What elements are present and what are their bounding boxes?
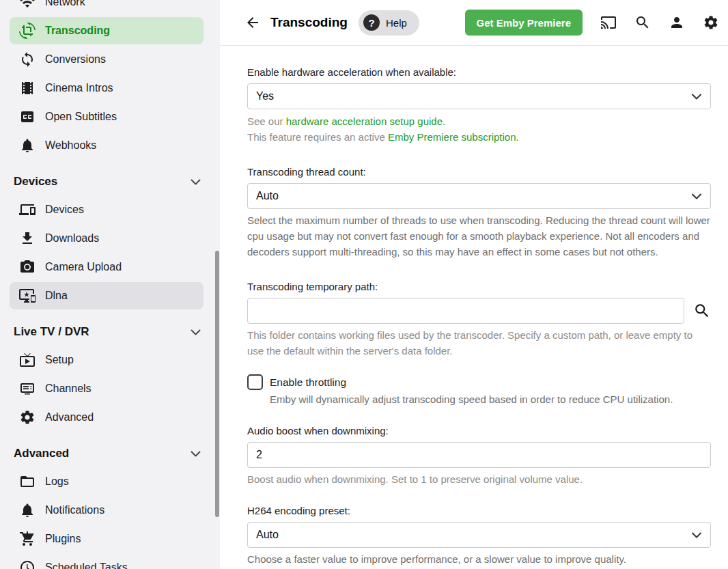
live-tv-icon [19,352,36,368]
section-header-label: Devices [14,175,191,189]
hw-accel-group: Enable hardware acceleration when availa… [247,66,711,145]
sidebar-item-channels[interactable]: Channels [10,375,204,402]
search-icon[interactable] [634,14,651,31]
download-icon [19,230,36,247]
get-emby-premiere-button[interactable]: Get Emby Premiere [465,10,583,36]
sidebar-item-scheduled-tasks[interactable]: Scheduled Tasks [10,554,204,569]
chevron-down-icon [692,94,701,100]
sidebar-item-open-subtitles[interactable]: Open Subtitles [10,103,204,130]
thread-count-description: Select the maximum number of threads to … [247,212,711,260]
temp-path-label: Transcoding temporary path: [247,281,711,292]
hw-accel-label: Enable hardware acceleration when availa… [247,66,711,78]
help-text: This feature requires an active [247,131,388,143]
sidebar-item-label: Scheduled Tasks [45,561,128,569]
sidebar-section-live-tv-dvr[interactable]: Live TV / DVR [0,318,220,346]
emby-premiere-subscription-link[interactable]: Emby Premiere subscription [388,131,516,143]
temp-path-description: This folder contains working files used … [247,327,711,359]
sidebar-item-label: Advanced [45,411,94,424]
throttling-description: Emby will dynamically adjust transcoding… [270,391,711,407]
chevron-down-icon [191,329,201,335]
cart-plus-icon [19,531,36,547]
h264-preset-label: H264 encoding preset: [247,505,711,516]
transcoding-settings-form: Enable hardware acceleration when availa… [220,46,728,569]
wifi-icon [19,0,36,10]
hw-accel-select[interactable]: Yes [247,83,711,109]
sidebar-item-label: Network [45,0,85,8]
sidebar-item-network[interactable]: Network [10,0,204,16]
bell-icon [19,502,36,518]
sidebar-item-dlna[interactable]: Dlna [10,282,204,309]
cast-icon[interactable] [600,14,617,31]
sidebar-item-cinema-intros[interactable]: Cinema Intros [10,74,204,102]
sidebar-item-label: Plugins [45,533,81,545]
gear-icon[interactable] [703,14,719,31]
sidebar-item-label: Conversions [45,53,106,66]
hardware-acceleration-guide-link[interactable]: hardware acceleration setup guide [286,115,443,127]
person-icon[interactable] [669,14,685,31]
sidebar-item-live-advanced[interactable]: Advanced [10,404,204,431]
help-button-label: Help [386,17,407,29]
sidebar-item-label: Channels [45,383,92,395]
help-button[interactable]: ? Help [359,10,419,36]
sidebar-nav-list: Network Transcoding Conversions Cinema I… [0,0,220,569]
thread-count-group: Transcoding thread count: Auto Select th… [247,166,711,260]
crop-rotate-icon [19,23,36,39]
sidebar-item-label: Transcoding [45,25,110,37]
page-title: Transcoding [270,15,348,30]
clock-icon [19,559,36,569]
help-circle-icon: ? [363,14,380,31]
sidebar-item-camera-upload[interactable]: Camera Upload [10,253,204,281]
sidebar-item-label: Camera Upload [45,261,122,273]
h264-preset-group: H264 encoding preset: Auto Choose a fast… [247,505,711,567]
temp-path-group: Transcoding temporary path: This folder … [247,281,711,359]
gear-icon [19,409,36,426]
sidebar-item-notifications[interactable]: Notifications [10,497,204,524]
back-button[interactable] [244,14,261,31]
enable-throttling-label: Enable throttling [270,376,346,389]
temp-path-input[interactable] [247,298,684,324]
temp-path-row [247,298,711,324]
top-bar: Transcoding ? Help Get Emby Premiere [220,0,728,46]
h264-preset-select[interactable]: Auto [247,522,711,548]
h264-preset-description: Choose a faster value to improve perform… [247,551,711,567]
back-arrow-icon [244,14,261,31]
hw-accel-help-line-1: See our hardware acceleration setup guid… [247,113,711,129]
sidebar-scrollbar[interactable] [215,251,219,517]
throttling-check-row: Enable throttling [247,374,711,390]
browse-path-button[interactable] [693,302,711,320]
sidebar-item-downloads[interactable]: Downloads [10,225,204,252]
sidebar-item-transcoding[interactable]: Transcoding [10,17,204,44]
audio-boost-label: Audio boost when downmixing: [247,425,711,436]
help-text: See our [247,115,286,127]
audio-boost-input[interactable] [247,442,711,468]
h264-preset-selected-value: Auto [256,529,279,541]
sidebar-section-devices[interactable]: Devices [0,167,220,196]
chevron-down-icon [191,179,201,185]
help-text: . [516,131,519,143]
sidebar-item-label: Setup [45,354,74,366]
sidebar-item-logs[interactable]: Logs [10,468,204,495]
sidebar-item-label: Webhooks [45,139,96,152]
chevron-down-icon [692,532,701,538]
hw-accel-help-line-2: This feature requires an active Emby Pre… [247,129,711,145]
thread-count-select[interactable]: Auto [247,183,711,209]
folder-icon [19,473,36,490]
sidebar-item-label: Open Subtitles [45,111,117,123]
section-header-label: Live TV / DVR [14,325,191,339]
sidebar-item-devices[interactable]: Devices [10,196,204,223]
enable-throttling-checkbox[interactable] [247,374,263,390]
audio-boost-description: Boost audio when downmixing. Set to 1 to… [247,471,711,487]
sidebar-item-conversions[interactable]: Conversions [10,46,204,73]
sidebar-item-label: Downloads [45,232,99,245]
sidebar-item-setup[interactable]: Setup [10,346,204,374]
sidebar-item-webhooks[interactable]: Webhooks [10,132,204,159]
help-text: . [443,115,445,127]
closed-caption-icon [19,109,36,125]
sidebar-section-advanced[interactable]: Advanced [0,439,220,468]
hw-accel-selected-value: Yes [256,90,274,102]
thread-count-label: Transcoding thread count: [247,166,711,178]
sidebar-item-plugins[interactable]: Plugins [10,525,204,553]
chevron-down-icon [692,193,701,199]
camera-icon [19,259,36,275]
section-header-label: Advanced [14,447,191,460]
